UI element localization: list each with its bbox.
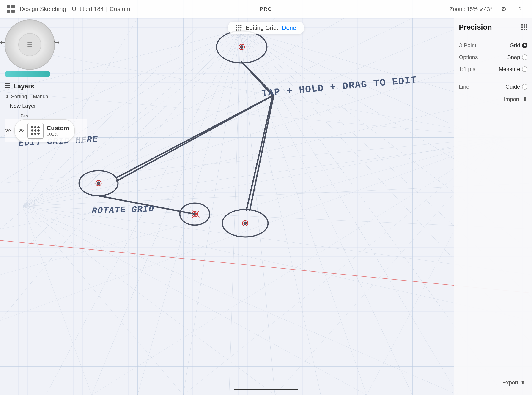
import-row: Import ⬆ [459, 95, 527, 103]
svg-point-66 [244, 222, 246, 225]
options-label: Options [459, 54, 478, 60]
grid-options: Grid [510, 42, 527, 49]
precision-row-snap: Options Snap [459, 54, 527, 60]
guide-options: Guide [505, 84, 527, 90]
precision-title: Precision [459, 23, 492, 31]
layer-item-row: 👁 👁 Custom 100% [5, 119, 87, 143]
color-strip[interactable] [5, 71, 50, 77]
right-panel: Precision 3-Point Grid Options Snap 1:1 … [454, 18, 532, 395]
precision-row-3point-grid: 3-Point Grid [459, 42, 527, 49]
layer-eye-icon-custom[interactable]: 👁 [18, 127, 24, 135]
layer-bubble-custom[interactable]: 👁 Custom 100% [14, 119, 75, 143]
layer-opacity: 100% [47, 132, 69, 137]
grid-radio[interactable] [522, 43, 527, 48]
svg-point-57 [241, 46, 243, 48]
zoom-info: Zoom: 15% ↙43° [449, 6, 492, 12]
layer-item-pen: Pen 👁 👁 Custom 100% [5, 114, 87, 143]
snap-options: Snap [507, 54, 527, 60]
editing-grid-label: Editing Grid. [245, 24, 278, 31]
editing-grid-bar: Editing Grid. Done [227, 22, 304, 34]
pro-badge: PRO [260, 6, 272, 12]
measure-option[interactable]: Measure [499, 66, 527, 72]
done-button[interactable]: Done [282, 24, 296, 31]
topbar: Design Sketching | Untitled 184 | Custom… [0, 0, 532, 18]
compass-arrow-right[interactable]: ↪ [54, 38, 60, 46]
separator1: | [68, 6, 70, 12]
layer-eye-icon-pen[interactable]: 👁 [5, 127, 11, 135]
svg-rect-1 [0, 0, 532, 395]
home-indicator [234, 389, 298, 390]
guide-label: Guide [505, 84, 520, 90]
measure-label: Measure [499, 66, 520, 72]
precision-header: Precision [459, 23, 527, 35]
new-layer-button[interactable]: + New Layer [5, 103, 36, 109]
settings-button[interactable]: ⚙ [499, 4, 509, 14]
topbar-right: Zoom: 15% ↙43° ⚙ ? [449, 4, 525, 14]
divider [459, 78, 527, 78]
layers-panel: ☰ Layers ⇅ Sorting | Manual + New Layer … [5, 82, 87, 143]
compass-wheel[interactable]: ☰ [5, 19, 55, 70]
pen-label: Pen [21, 114, 87, 119]
snap-option[interactable]: Snap [507, 54, 527, 60]
panel-grid-icon[interactable] [521, 24, 527, 30]
topbar-center: PRO [260, 6, 272, 12]
grid-svg [0, 0, 532, 395]
layer-info: Custom 100% [47, 125, 69, 137]
breadcrumb: Design Sketching | Untitled 184 | Custom [20, 5, 130, 13]
sorting-row: ⇅ Sorting | Manual [5, 94, 87, 100]
snap-radio[interactable] [522, 55, 527, 60]
layer-thumbnail [28, 123, 44, 139]
measure-radio[interactable] [522, 66, 527, 72]
compass-wheel-area: ↩ ☰ ↪ [5, 19, 55, 70]
new-layer-label: New Layer [10, 103, 36, 109]
export-label: Export [502, 379, 518, 386]
snap-label: Snap [507, 54, 520, 60]
grid-option[interactable]: Grid [510, 42, 527, 49]
sorting-label: Sorting [11, 94, 27, 100]
export-button[interactable]: Export ⬆ [502, 379, 525, 386]
export-icon: ⬆ [521, 379, 525, 386]
import-label: Import [504, 96, 519, 103]
guide-option[interactable]: Guide [505, 84, 527, 90]
grid-label: Grid [510, 42, 520, 49]
document-name[interactable]: Untitled 184 [72, 5, 104, 13]
3point-label: 3-Point [459, 42, 476, 49]
help-button[interactable]: ? [515, 4, 525, 14]
layers-header: ☰ Layers [5, 82, 87, 90]
line-label: Line [459, 84, 469, 90]
new-layer-plus: + [5, 103, 8, 109]
sorting-sep: | [29, 94, 31, 100]
guide-radio[interactable] [522, 84, 527, 89]
precision-row-measure: 1:1 pts Measure [459, 66, 527, 72]
measure-options: Measure [499, 66, 527, 72]
svg-point-60 [97, 182, 100, 184]
import-icon[interactable]: ⬆ [522, 95, 527, 103]
sort-icon: ⇅ [5, 94, 9, 100]
editing-grid-icon [236, 25, 242, 31]
app-name: Design Sketching [20, 5, 66, 13]
precision-row-guide: Line Guide [459, 84, 527, 90]
layers-title: Layers [14, 83, 34, 90]
layer-name: Custom [47, 125, 69, 132]
layer-thumb-grid [31, 126, 40, 135]
pts-label: 1:1 pts [459, 66, 475, 72]
custom-label: Custom [110, 5, 130, 13]
canvas-area[interactable]: TAP + HOLD + DRAG TO EDIT EDIT GRID HERE… [0, 0, 532, 395]
sorting-value: Manual [33, 94, 49, 100]
separator2: | [106, 6, 107, 12]
compass-inner[interactable]: ☰ [18, 33, 41, 56]
app-icon[interactable] [7, 5, 15, 13]
topbar-left: Design Sketching | Untitled 184 | Custom [7, 5, 130, 13]
